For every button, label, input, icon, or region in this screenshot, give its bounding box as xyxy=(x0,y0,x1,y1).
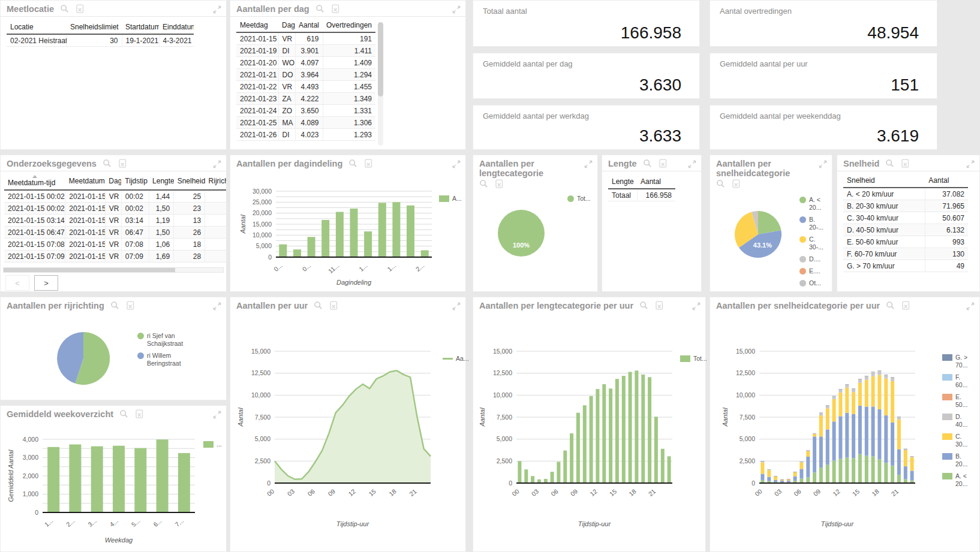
legend-item[interactable]: Tot... xyxy=(567,195,593,203)
column-header[interactable]: Tijdstip xyxy=(121,173,149,190)
export-excel-icon[interactable] xyxy=(901,159,910,168)
column-header[interactable]: Aantal xyxy=(637,175,675,189)
legend-item[interactable]: Aa... xyxy=(443,355,463,363)
uur-area-chart[interactable]: 02,5005,0007,50010,00012,50015,000000306… xyxy=(236,344,434,533)
column-header[interactable]: Dag xyxy=(278,19,295,32)
table-row[interactable]: A. < 20 km/uur37.082 xyxy=(843,188,968,200)
search-icon[interactable] xyxy=(315,4,325,14)
table-row[interactable]: 2021-01-20WO4.0971.409 xyxy=(236,57,375,69)
column-header[interactable]: Startdatum xyxy=(122,20,159,34)
expand-icon[interactable] xyxy=(213,160,221,168)
legend-item[interactable]: A... xyxy=(439,195,463,203)
export-excel-icon[interactable] xyxy=(329,301,339,310)
export-excel-icon[interactable] xyxy=(118,159,128,168)
table-row[interactable]: 2021-01-15 07:092021-01-15VR07:091,6928 xyxy=(4,251,226,263)
column-header[interactable]: Rijrich xyxy=(205,173,226,190)
legend-item[interactable]: ri Willem Beringstraat xyxy=(137,352,197,367)
column-header[interactable]: Dag xyxy=(105,173,121,190)
table-row[interactable]: 2021-01-25MA4.0891.306 xyxy=(236,117,375,129)
legend-item[interactable]: F. 60... xyxy=(942,373,973,389)
table-row[interactable]: 2021-01-23ZA4.2221.349 xyxy=(236,93,375,105)
snelheidcategorie-pie[interactable]: 43.1% xyxy=(711,192,807,291)
lengtecategorie-pie[interactable]: 100% xyxy=(474,184,570,288)
legend-item[interactable]: ... xyxy=(203,441,221,448)
legend-item[interactable]: Tot... xyxy=(680,355,703,363)
expand-icon[interactable] xyxy=(213,411,221,419)
table-row[interactable]: 2021-01-22VR4.4931.455 xyxy=(236,81,375,93)
dagindeling-chart[interactable]: 05,00010,00015,00020,00025,00030,0000...… xyxy=(239,186,434,292)
table-row[interactable]: B. 20-30 km/uur71.965 xyxy=(843,200,968,212)
legend-item[interactable]: Ot... xyxy=(799,279,828,287)
expand-icon[interactable] xyxy=(692,302,701,310)
table-row[interactable]: 2021-01-15 03:142021-01-15VR03:141,1913 xyxy=(4,215,226,227)
legend-item[interactable]: D. 40... xyxy=(942,413,973,429)
column-header[interactable]: Snelheidslimiet xyxy=(67,20,122,34)
search-icon[interactable] xyxy=(348,159,358,168)
expand-icon[interactable] xyxy=(584,160,593,168)
legend-item[interactable]: E. 50... xyxy=(942,393,973,409)
weekoverzicht-chart[interactable]: 01,0002,0003,0004,0001...2...3...4...5..… xyxy=(7,433,197,550)
search-icon[interactable] xyxy=(119,409,129,419)
export-excel-icon[interactable] xyxy=(659,159,668,168)
table-row[interactable]: 2021-01-19DI3.9011.411 xyxy=(236,45,375,57)
legend-item[interactable]: G. > 70... xyxy=(942,354,973,369)
vertical-scrollbar[interactable] xyxy=(378,22,383,146)
search-icon[interactable] xyxy=(885,159,895,168)
search-icon[interactable] xyxy=(643,159,653,168)
search-icon[interactable] xyxy=(110,301,120,310)
column-header[interactable]: Lengte xyxy=(149,173,174,190)
table-row[interactable]: F. 60-70 km/uur130 xyxy=(843,248,968,260)
table-row[interactable]: C. 30-40 km/uur50.607 xyxy=(843,212,968,224)
expand-icon[interactable] xyxy=(452,5,461,14)
table-row[interactable]: 2021-01-15 06:472021-01-15VR06:471,5026 xyxy=(4,227,226,239)
expand-icon[interactable] xyxy=(452,160,461,168)
search-icon[interactable] xyxy=(639,301,649,310)
export-excel-icon[interactable] xyxy=(655,301,665,310)
column-header[interactable]: Aantal xyxy=(925,174,968,188)
legend-item[interactable]: A. < 20... xyxy=(799,196,828,212)
page-next-button[interactable]: > xyxy=(34,275,58,291)
expand-icon[interactable] xyxy=(452,302,461,310)
table-row[interactable]: 2021-01-15 00:022021-01-15VR00:021,4425 xyxy=(4,190,226,203)
export-excel-icon[interactable] xyxy=(135,409,145,419)
legend-item[interactable]: A. < 20... xyxy=(942,472,973,488)
expand-icon[interactable] xyxy=(819,160,827,168)
legend-item[interactable]: C. 30... xyxy=(942,433,973,448)
table-row[interactable]: 2021-01-15 07:082021-01-15VR07:081,0618 xyxy=(4,239,226,251)
page-prev-button[interactable]: < xyxy=(5,275,29,291)
column-header[interactable]: Meetdatum-tijd xyxy=(4,173,65,190)
lengte-uur-chart[interactable]: 02,5005,0007,50010,00012,50015,000000306… xyxy=(478,344,676,533)
legend-item[interactable]: D.... xyxy=(799,255,828,263)
column-header[interactable]: Overtredingen xyxy=(323,19,375,32)
expand-icon[interactable] xyxy=(688,160,696,168)
column-header[interactable]: Einddatum xyxy=(159,20,194,34)
table-row[interactable]: 02-2021 Heistraat3019-1-20214-3-2021 xyxy=(7,34,194,47)
legend-item[interactable]: ri Sjef van Schaijkstraat xyxy=(137,332,197,348)
snelheid-uur-chart[interactable]: 02,5005,0007,50010,00012,50015,000000306… xyxy=(721,344,919,533)
expand-icon[interactable] xyxy=(213,5,221,14)
legend-item[interactable]: E.... xyxy=(799,267,828,275)
table-row[interactable]: 2021-01-26DI4.0231.293 xyxy=(236,129,375,141)
export-excel-icon[interactable] xyxy=(732,179,741,189)
column-header[interactable]: Snelheid xyxy=(843,174,925,188)
table-row[interactable]: E. 50-60 km/uur993 xyxy=(843,236,968,248)
legend-item[interactable]: C. 30-... xyxy=(799,236,828,251)
search-icon[interactable] xyxy=(886,301,895,310)
table-row[interactable]: D. 40-50 km/uur6.132 xyxy=(843,224,968,236)
search-icon[interactable] xyxy=(314,301,323,310)
export-excel-icon[interactable] xyxy=(76,4,85,14)
table-row[interactable]: 2021-01-21DO3.9641.294 xyxy=(236,69,375,81)
table-row[interactable]: G. > 70 km/uur49 xyxy=(843,260,968,272)
column-header[interactable]: Snelheid xyxy=(174,173,205,190)
search-icon[interactable] xyxy=(60,4,70,14)
legend-item[interactable]: B. 20... xyxy=(942,453,973,468)
horizontal-scrollbar[interactable] xyxy=(3,267,224,273)
legend-item[interactable]: B. 20-... xyxy=(799,216,828,231)
column-header[interactable]: Locatie xyxy=(7,20,67,34)
column-header[interactable]: Lengte xyxy=(608,175,637,189)
table-row[interactable]: 2021-01-15VR619191 xyxy=(236,32,375,45)
export-excel-icon[interactable] xyxy=(901,301,911,310)
table-row[interactable]: 2021-01-15 00:022021-01-15VR00:021,5023 xyxy=(4,203,226,215)
search-icon[interactable] xyxy=(103,159,112,168)
export-excel-icon[interactable] xyxy=(331,4,341,14)
